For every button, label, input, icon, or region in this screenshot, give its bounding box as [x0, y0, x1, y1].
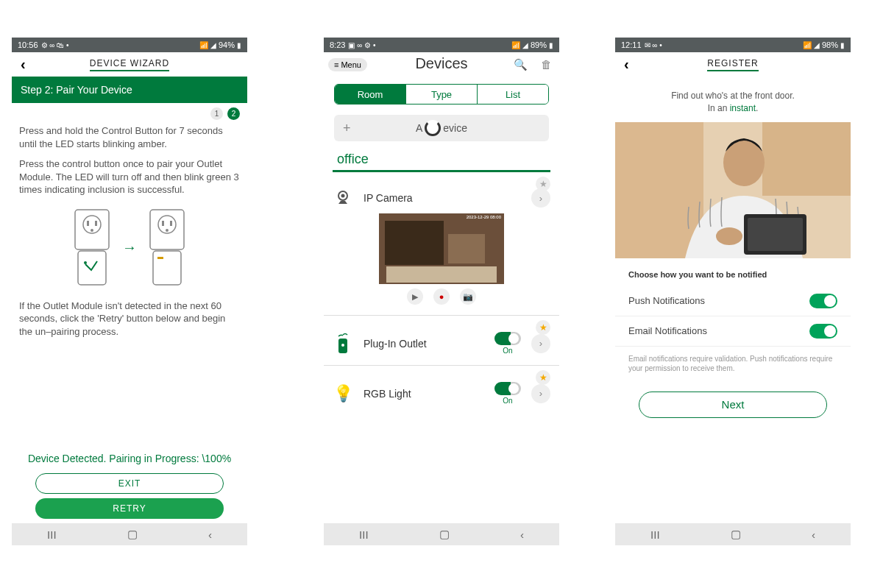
email-notif-row: Email Notifications	[615, 316, 851, 347]
status-bar: 8:23 ▣ ∞ ⚙ • 📶 ◢ 89% ▮	[324, 38, 559, 52]
svg-point-11	[166, 229, 169, 232]
app-header: ‹ DEVICE WIZARD	[12, 52, 247, 77]
exit-button[interactable]: EXIT	[35, 473, 224, 494]
snapshot-icon[interactable]: 📷	[460, 288, 476, 305]
outlet-after-icon	[147, 208, 187, 288]
power-toggle[interactable]	[494, 382, 521, 395]
intro-line-1: Find out who's at the front door.	[623, 90, 843, 102]
menu-label: Menu	[341, 60, 361, 69]
outlet-before-icon	[72, 208, 112, 288]
nav-home-icon[interactable]: ▢	[731, 528, 741, 541]
svg-point-24	[716, 227, 742, 245]
clock: 8:23	[330, 40, 345, 49]
svg-point-15	[341, 194, 345, 198]
instruction-text-3: If the Outlet Module isn't detected in t…	[12, 300, 247, 346]
nav-recents-icon[interactable]: III	[650, 528, 660, 541]
device-name[interactable]: IP Camera	[364, 192, 521, 204]
add-label-right: evice	[443, 122, 467, 134]
loading-spinner-icon	[425, 120, 441, 136]
chevron-right-icon[interactable]: ›	[531, 188, 550, 208]
email-toggle[interactable]	[809, 324, 837, 339]
retry-button[interactable]: RETRY	[35, 498, 224, 519]
back-arrow-icon[interactable]: ‹	[21, 56, 26, 73]
wifi-signal-icons: 📶 ◢	[199, 41, 216, 49]
phone-screen-wizard: 10:56 ⚙ ∞ 🛍 • 📶 ◢ 94% ▮ ‹ DEVICE WIZARD …	[12, 38, 247, 545]
nav-back-icon[interactable]: ‹	[520, 528, 524, 541]
intro-text: Find out who's at the front door. In an …	[615, 77, 851, 122]
trash-icon[interactable]: 🗑	[541, 58, 552, 71]
play-icon[interactable]: ▶	[407, 288, 423, 305]
hamburger-icon: ≡	[334, 60, 338, 69]
chevron-right-icon[interactable]: ›	[531, 384, 550, 403]
status-bar: 10:56 ⚙ ∞ 🛍 • 📶 ◢ 94% ▮	[12, 38, 247, 52]
power-toggle[interactable]	[494, 332, 521, 345]
nav-back-icon[interactable]: ‹	[208, 528, 212, 541]
battery-pct: 98%	[822, 40, 838, 49]
instruction-text-1: Press and hold the Control Button for 7 …	[12, 124, 247, 157]
nav-recents-icon[interactable]: III	[47, 528, 57, 541]
pairing-status: Device Detected. Pairing in Progress: \1…	[12, 448, 247, 469]
step-dot-2[interactable]: 2	[227, 107, 240, 120]
toggle-state: On	[503, 347, 512, 355]
battery-icon: ▮	[549, 41, 553, 49]
record-icon[interactable]: ●	[433, 288, 450, 305]
nav-recents-icon[interactable]: III	[359, 528, 369, 541]
svg-rect-19	[615, 122, 703, 258]
search-icon[interactable]: 🔍	[514, 58, 528, 71]
favorite-star-icon[interactable]: ★	[536, 370, 550, 385]
add-label-left: A	[416, 122, 422, 134]
battery-icon: ▮	[237, 41, 241, 49]
svg-rect-23	[748, 218, 803, 251]
back-arrow-icon[interactable]: ‹	[624, 56, 629, 73]
seg-list[interactable]: List	[477, 85, 548, 104]
status-icons-left: ⚙ ∞ 🛍 •	[41, 41, 69, 49]
svg-point-6	[84, 261, 87, 264]
android-navbar: III ▢ ‹	[615, 523, 851, 545]
nav-back-icon[interactable]: ‹	[812, 528, 815, 541]
app-header: ‹ REGISTER	[615, 52, 851, 77]
svg-rect-3	[95, 221, 97, 226]
step-indicator: 1 2	[12, 103, 247, 124]
battery-icon: ▮	[840, 41, 845, 49]
device-name[interactable]: RGB Light	[364, 388, 484, 400]
seg-room[interactable]: Room	[335, 85, 405, 104]
arrow-right-icon: →	[122, 239, 137, 256]
next-button[interactable]: Next	[639, 392, 827, 418]
device-name[interactable]: Plug-In Outlet	[364, 338, 484, 350]
nav-home-icon[interactable]: ▢	[439, 528, 450, 541]
bulb-icon: 💡	[333, 384, 353, 403]
chevron-right-icon[interactable]: ›	[531, 334, 550, 353]
camera-preview[interactable]: 2023-12-29 08:00	[379, 213, 504, 284]
page-title: Devices	[415, 55, 467, 74]
pairing-diagram: →	[12, 204, 247, 300]
clock: 12:11	[621, 40, 642, 49]
battery-pct: 94%	[219, 40, 235, 49]
push-label: Push Notifications	[628, 295, 705, 306]
section-title: Choose how you want to be notified	[615, 258, 851, 286]
favorite-star-icon[interactable]: ★	[536, 320, 550, 335]
battery-pct: 89%	[531, 40, 547, 49]
seg-type[interactable]: Type	[405, 85, 477, 104]
view-segmented-control: Room Type List	[334, 84, 549, 105]
hero-image	[615, 122, 851, 258]
svg-rect-13	[157, 257, 163, 259]
plus-icon: +	[343, 121, 351, 136]
status-icons-left: ✉ ∞ •	[645, 41, 662, 49]
menu-button[interactable]: ≡ Menu	[328, 58, 367, 71]
svg-rect-2	[87, 221, 89, 226]
svg-rect-9	[162, 221, 164, 226]
push-notif-row: Push Notifications	[615, 286, 851, 316]
device-row-outlet: ★ Plug-In Outlet On ›	[324, 316, 559, 366]
fine-print: Email notifications require validation. …	[615, 347, 851, 381]
add-device-button[interactable]: + A evice	[334, 115, 549, 141]
nav-home-icon[interactable]: ▢	[127, 528, 138, 541]
svg-point-17	[341, 344, 344, 347]
clock: 10:56	[18, 40, 38, 49]
plug-icon	[333, 333, 353, 355]
step-dot-1[interactable]: 1	[210, 107, 223, 120]
push-toggle[interactable]	[809, 294, 837, 308]
svg-point-4	[91, 229, 93, 232]
wifi-signal-icons: 📶 ◢	[511, 41, 528, 49]
android-navbar: III ▢ ‹	[324, 523, 559, 545]
favorite-star-icon[interactable]: ★	[536, 177, 550, 191]
